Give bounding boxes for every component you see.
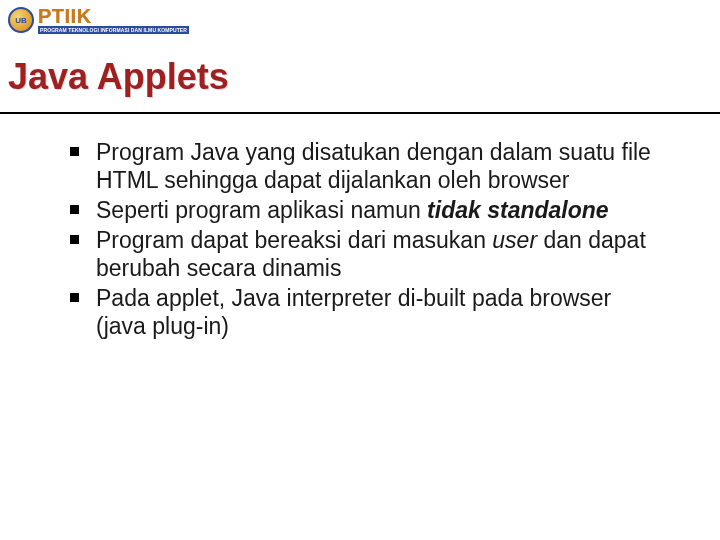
logo-text: PTIIK PROGRAM TEKNOLOGI INFORMASI DAN IL…: [38, 6, 189, 34]
bullet-text: Seperti program aplikasi namun: [96, 197, 427, 223]
bullet-italic: user: [492, 227, 537, 253]
logo-main: PTIIK: [38, 6, 189, 26]
logo: PTIIK PROGRAM TEKNOLOGI INFORMASI DAN IL…: [8, 6, 189, 34]
bullet-text: Program dapat bereaksi dari masukan: [96, 227, 492, 253]
logo-badge-icon: [8, 7, 34, 33]
page-title: Java Applets: [4, 56, 716, 98]
content-region: Program Java yang disatukan dengan dalam…: [0, 114, 720, 366]
bullet-bold: tidak standalone: [427, 197, 608, 223]
header-bar: PTIIK PROGRAM TEKNOLOGI INFORMASI DAN IL…: [0, 0, 720, 40]
bullet-text: Program Java yang disatukan dengan dalam…: [96, 139, 651, 193]
bullet-text: Pada applet, Java interpreter di-built p…: [96, 285, 611, 339]
list-item: Program dapat bereaksi dari masukan user…: [70, 226, 664, 282]
list-item: Seperti program aplikasi namun tidak sta…: [70, 196, 664, 224]
bullet-list: Program Java yang disatukan dengan dalam…: [70, 138, 664, 340]
list-item: Program Java yang disatukan dengan dalam…: [70, 138, 664, 194]
logo-sub: PROGRAM TEKNOLOGI INFORMASI DAN ILMU KOM…: [38, 26, 189, 34]
list-item: Pada applet, Java interpreter di-built p…: [70, 284, 664, 340]
title-region: Java Applets: [0, 40, 720, 114]
